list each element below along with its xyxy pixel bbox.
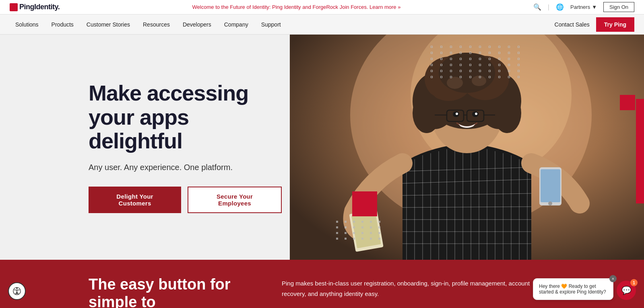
secure-employees-button[interactable]: Secure Your Employees: [188, 187, 282, 213]
sign-on-button[interactable]: Sign On: [603, 2, 634, 12]
nav-company[interactable]: Company: [219, 14, 254, 35]
accessibility-icon[interactable]: [8, 282, 26, 300]
svg-point-37: [447, 77, 463, 89]
svg-point-36: [493, 93, 521, 133]
hero-buttons: Delight Your Customers Secure Your Emplo…: [89, 187, 282, 213]
partners-button[interactable]: Partners ▼: [570, 4, 597, 10]
nav-developers[interactable]: Developers: [177, 14, 217, 35]
logo-red-square: [10, 3, 18, 11]
hero-subtitle: Any user. Any experience. One platform.: [89, 163, 282, 172]
svg-rect-55: [352, 191, 377, 216]
svg-rect-53: [620, 95, 635, 110]
bottom-section-title: The easy button for simple to sophistica…: [89, 276, 250, 308]
top-right-nav: 🔍 | 🌐 Partners ▼ Sign On: [533, 2, 634, 12]
main-nav-links: Solutions Products Customer Stories Reso…: [10, 14, 287, 35]
hero-title: Make accessing your apps delightful: [89, 81, 282, 153]
divider: |: [548, 4, 549, 11]
chat-badge: 1: [630, 279, 638, 286]
nav-support[interactable]: Support: [256, 14, 287, 35]
delight-customers-button[interactable]: Delight Your Customers: [89, 187, 181, 213]
dot-grid-decorative-bottom: [336, 221, 383, 240]
chat-widget: × Hey there 🧡 Ready to get started & exp…: [533, 278, 636, 300]
chat-bubble: Hey there 🧡 Ready to get started & explo…: [533, 278, 613, 300]
chat-bubble-container: × Hey there 🧡 Ready to get started & exp…: [533, 278, 613, 300]
announcement-bar: PingIdentity. Welcome to the Future of I…: [0, 0, 644, 14]
logo-text: PingIdentity.: [19, 3, 60, 11]
try-ping-button[interactable]: Try Ping: [596, 17, 634, 32]
chat-open-button[interactable]: 💬 1: [617, 281, 636, 300]
ping-logo: PingIdentity.: [10, 3, 60, 11]
chat-icon: 💬: [621, 285, 632, 295]
contact-sales-link[interactable]: Contact Sales: [555, 21, 590, 28]
dot-grid-decorative-top: [431, 46, 523, 78]
chat-close-button[interactable]: ×: [609, 275, 617, 282]
svg-point-35: [413, 93, 441, 133]
globe-icon[interactable]: 🌐: [556, 3, 564, 11]
search-icon[interactable]: 🔍: [533, 3, 541, 11]
svg-rect-49: [541, 169, 560, 202]
hero-content: Make accessing your apps delightful Any …: [0, 49, 282, 245]
bottom-section-description: Ping makes best-in-class user registrati…: [282, 276, 555, 299]
nav-solutions[interactable]: Solutions: [10, 14, 44, 35]
chevron-down-icon: ▼: [592, 4, 597, 10]
announcement-text: Welcome to the Future of Identity: Ping …: [60, 4, 533, 10]
svg-point-47: [475, 113, 477, 115]
nav-customer-stories[interactable]: Customer Stories: [81, 14, 136, 35]
svg-rect-54: [636, 99, 644, 203]
svg-point-50: [548, 201, 552, 205]
nav-products[interactable]: Products: [46, 14, 79, 35]
svg-point-46: [456, 113, 458, 115]
main-nav: Solutions Products Customer Stories Reso…: [0, 14, 644, 35]
main-nav-right: Contact Sales Try Ping: [555, 17, 634, 32]
nav-resources[interactable]: Resources: [137, 14, 175, 35]
hero-section: // Will be rendered inline: [0, 35, 644, 260]
